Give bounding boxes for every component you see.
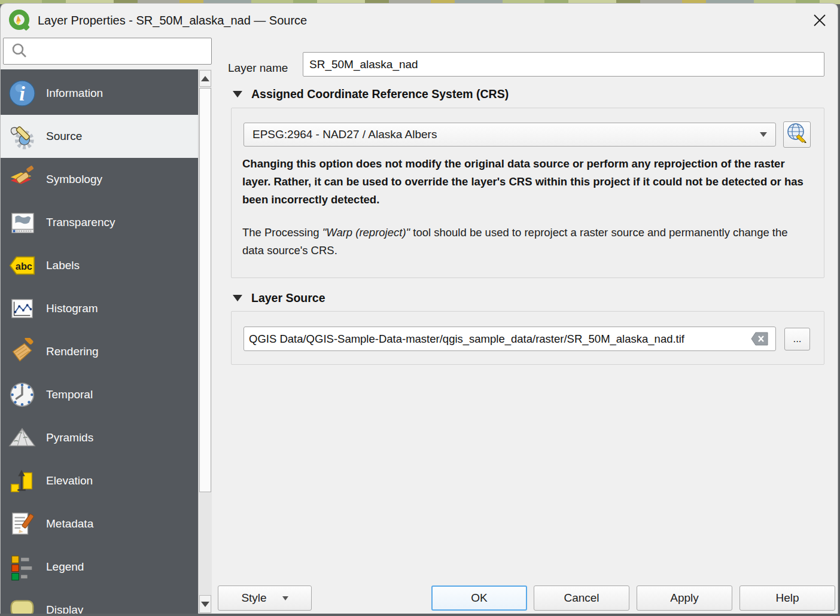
- legend-icon: [8, 553, 36, 581]
- crs-section-header[interactable]: Assigned Coordinate Reference System (CR…: [233, 87, 509, 101]
- cancel-label: Cancel: [564, 591, 599, 605]
- chevron-down-icon: [282, 596, 288, 600]
- svg-text:abc: abc: [16, 261, 32, 272]
- help-label: Help: [775, 591, 799, 605]
- elevation-icon: [8, 466, 36, 495]
- layer-source-path-input[interactable]: [244, 327, 776, 351]
- chevron-down-icon: [760, 132, 767, 137]
- crs-combobox[interactable]: EPSG:2964 - NAD27 / Alaska Albers: [244, 123, 776, 147]
- note-prefix: The Processing: [242, 226, 322, 239]
- crs-processing-note: The Processing "Warp (reproject)" tool s…: [242, 224, 812, 260]
- pyramids-icon: [8, 423, 36, 452]
- sidebar-item-label: Rendering: [46, 345, 99, 358]
- apply-button[interactable]: Apply: [637, 585, 732, 611]
- temporal-icon: [8, 380, 36, 409]
- sidebar-item-rendering[interactable]: Rendering: [1, 330, 198, 373]
- sidebar-item-metadata[interactable]: Metadata: [1, 502, 198, 545]
- crs-section-title: Assigned Coordinate Reference System (CR…: [251, 87, 509, 101]
- layer-name-input[interactable]: [303, 52, 824, 77]
- sidebar-item-label: Information: [46, 87, 103, 100]
- close-icon[interactable]: [809, 10, 830, 31]
- browse-file-button[interactable]: ...: [784, 328, 810, 350]
- information-icon: i: [8, 79, 36, 108]
- sidebar-item-label: Display: [46, 603, 83, 614]
- svg-text:i: i: [19, 82, 25, 105]
- sidebar-item-information[interactable]: i Information: [1, 72, 198, 115]
- clear-text-icon[interactable]: [751, 332, 769, 348]
- sidebar-item-display[interactable]: Display: [1, 588, 198, 614]
- rendering-icon: [8, 337, 36, 366]
- sidebar-item-label: Elevation: [46, 474, 93, 487]
- collapse-triangle-icon: [233, 91, 242, 97]
- layer-name-label: Layer name: [228, 56, 288, 80]
- sidebar-search-input[interactable]: [3, 38, 212, 65]
- symbology-icon: [8, 165, 36, 194]
- crs-warning-text: Changing this option does not modify the…: [242, 155, 812, 209]
- note-italic: "Warp (reproject)": [322, 226, 410, 239]
- title-bar: Layer Properties - SR_50M_alaska_nad — S…: [1, 4, 838, 37]
- metadata-icon: [8, 510, 36, 538]
- style-label: Style: [241, 591, 266, 605]
- scrollbar-thumb[interactable]: [199, 88, 211, 492]
- layer-source-section-header[interactable]: Layer Source: [233, 291, 325, 305]
- layer-source-section-title: Layer Source: [251, 291, 325, 305]
- sidebar-item-elevation[interactable]: Elevation: [1, 459, 198, 502]
- cancel-button[interactable]: Cancel: [534, 585, 629, 611]
- sidebar-item-symbology[interactable]: Symbology: [1, 158, 198, 201]
- display-icon: [8, 596, 36, 614]
- crs-combobox-value: EPSG:2964 - NAD27 / Alaska Albers: [252, 128, 437, 141]
- sidebar-item-labels[interactable]: abc Labels: [1, 244, 198, 287]
- layer-source-group-frame: ...: [231, 311, 824, 365]
- apply-label: Apply: [670, 591, 699, 605]
- search-icon: [11, 42, 28, 61]
- crs-group-frame: EPSG:2964 - NAD27 / Alaska Albers Changi…: [231, 108, 824, 278]
- ok-button[interactable]: OK: [431, 585, 527, 611]
- transparency-icon: [8, 208, 36, 237]
- scroll-down-icon[interactable]: [199, 595, 211, 613]
- sidebar-item-label: Histogram: [46, 302, 98, 315]
- select-crs-button[interactable]: [783, 121, 811, 148]
- sidebar-item-label: Source: [46, 130, 82, 143]
- sidebar-item-temporal[interactable]: Temporal: [1, 373, 198, 416]
- sidebar-item-label: Metadata: [46, 517, 93, 530]
- layer-properties-dialog: Layer Properties - SR_50M_alaska_nad — S…: [0, 3, 838, 614]
- window-title: Layer Properties - SR_50M_alaska_nad — S…: [38, 4, 307, 37]
- sidebar-item-legend[interactable]: Legend: [1, 545, 198, 588]
- sidebar-item-label: Symbology: [46, 173, 102, 186]
- qgis-logo-icon: [8, 10, 31, 32]
- browse-label: ...: [793, 333, 801, 345]
- sidebar-item-label: Temporal: [46, 388, 93, 401]
- style-dropdown-button[interactable]: Style: [218, 585, 312, 611]
- labels-icon: abc: [8, 251, 36, 280]
- histogram-icon: [8, 294, 36, 323]
- sidebar-item-transparency[interactable]: Transparency: [1, 201, 198, 244]
- help-button[interactable]: Help: [739, 585, 835, 611]
- sidebar-item-label: Legend: [46, 560, 84, 574]
- scroll-up-icon[interactable]: [199, 70, 211, 87]
- ok-label: OK: [471, 591, 487, 605]
- sidebar-item-label: Pyramids: [46, 431, 93, 444]
- globe-edit-icon: [786, 123, 808, 147]
- sidebar-scrollbar[interactable]: [198, 69, 212, 614]
- sidebar-item-label: Labels: [46, 259, 80, 272]
- sidebar-item-label: Transparency: [46, 216, 115, 229]
- sidebar-item-source[interactable]: Source: [1, 115, 198, 158]
- sidebar-item-histogram[interactable]: Histogram: [1, 287, 198, 330]
- collapse-triangle-icon: [233, 295, 242, 301]
- sidebar: i Information Source: [1, 69, 198, 614]
- sidebar-item-pyramids[interactable]: Pyramids: [1, 416, 198, 459]
- source-icon: [8, 122, 36, 151]
- sidebar-list: i Information Source: [1, 69, 198, 614]
